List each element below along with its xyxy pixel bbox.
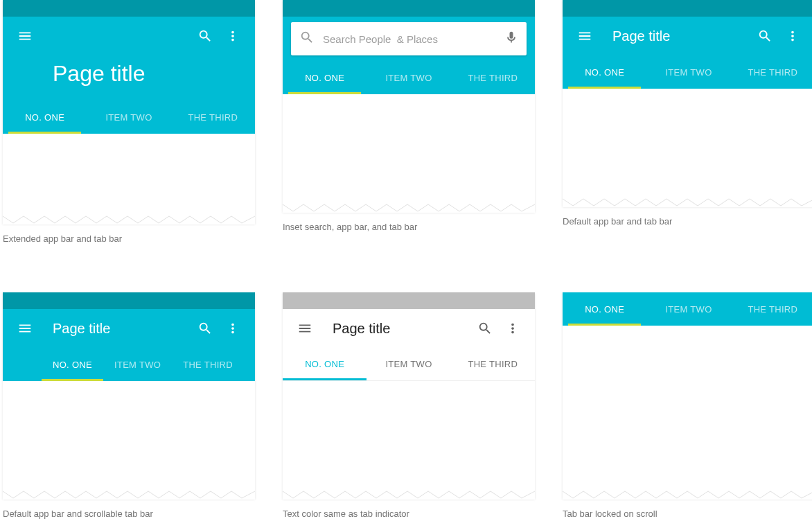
more-icon[interactable] (219, 315, 247, 342)
app-bar: Page title (283, 309, 535, 348)
page-title: Page title (3, 55, 255, 100)
search-input[interactable] (315, 33, 504, 45)
tab-three[interactable]: THE THIRD (731, 55, 812, 89)
device-frame: Page title NO. ONE ITEM TWO THE THIRD (3, 292, 255, 499)
search-icon[interactable] (471, 315, 499, 342)
example-light: Page title NO. ONE ITEM TWO THE THIRD (283, 292, 535, 519)
page-title: Page title (319, 321, 471, 337)
tab-bar: NO. ONE ITEM TWO THE THIRD (563, 292, 812, 326)
torn-edge (283, 203, 535, 213)
example-caption: Inset search, app bar, and tab bar (283, 222, 535, 232)
tab-bar: NO. ONE ITEM TWO THE THIRD (283, 61, 535, 94)
device-frame: Page title NO. ONE ITEM TWO THE THIRD (563, 0, 812, 206)
content-area (283, 381, 535, 499)
tab-one[interactable]: NO. ONE (563, 55, 646, 89)
tab-one[interactable]: NO. ONE (283, 348, 367, 380)
device-frame: Page title NO. ONE ITEM TWO THE THIRD (283, 292, 535, 499)
search-box[interactable] (291, 22, 527, 55)
example-caption: Tab bar locked on scroll (563, 509, 812, 519)
content-area (283, 94, 535, 212)
status-bar (283, 292, 535, 309)
example-caption: Default app bar and tab bar (563, 216, 812, 227)
torn-edge (3, 215, 255, 224)
device-frame: Page title NO. ONE ITEM TWO THE THIRD (3, 0, 255, 224)
example-extended: Page title NO. ONE ITEM TWO THE THIRD Ex… (3, 0, 255, 244)
page-title: Page title (39, 321, 191, 337)
tab-bar: NO. ONE ITEM TWO THE THIRD (3, 100, 255, 134)
tab-two[interactable]: ITEM TWO (367, 348, 450, 380)
status-bar (563, 0, 812, 17)
torn-edge (3, 490, 255, 500)
mic-icon[interactable] (504, 30, 518, 47)
app-bar: Page title (3, 17, 255, 100)
torn-edge (563, 197, 812, 207)
menu-icon[interactable] (291, 315, 319, 342)
content-area (3, 134, 255, 224)
example-scrollable: Page title NO. ONE ITEM TWO THE THIRD (3, 292, 255, 519)
tab-three[interactable]: THE THIRD (171, 100, 255, 134)
example-caption: Default app bar and scrollable tab bar (3, 509, 255, 519)
more-icon[interactable] (219, 22, 247, 50)
app-bar: Page title (563, 17, 812, 55)
tab-one[interactable]: NO. ONE (563, 292, 646, 326)
tab-two[interactable]: ITEM TWO (87, 100, 170, 134)
content-area (563, 89, 812, 206)
tab-one[interactable]: NO. ONE (283, 61, 367, 94)
search-icon[interactable] (751, 22, 779, 50)
tab-two[interactable]: ITEM TWO (103, 348, 172, 381)
app-bar (283, 17, 535, 61)
content-area (3, 381, 255, 499)
examples-grid: Page title NO. ONE ITEM TWO THE THIRD Ex… (0, 0, 812, 521)
status-bar (283, 0, 535, 17)
app-bar: Page title (3, 309, 255, 348)
menu-icon[interactable] (11, 315, 39, 342)
more-icon[interactable] (779, 22, 806, 50)
menu-icon[interactable] (571, 22, 599, 50)
tab-three[interactable]: THE THIRD (451, 61, 535, 94)
tab-three[interactable]: THE THIRD (451, 348, 535, 380)
tab-one[interactable]: NO. ONE (42, 348, 103, 381)
device-frame: NO. ONE ITEM TWO THE THIRD (563, 292, 812, 499)
example-locked: NO. ONE ITEM TWO THE THIRD Tab bar locke… (563, 292, 812, 519)
content-area (563, 326, 812, 499)
tab-three[interactable]: THE THIRD (731, 292, 812, 326)
page-title: Page title (599, 28, 751, 44)
tab-two[interactable]: ITEM TWO (646, 292, 730, 326)
status-bar (3, 0, 255, 17)
menu-icon[interactable] (11, 22, 39, 50)
more-icon[interactable] (499, 315, 527, 342)
example-inset-search: NO. ONE ITEM TWO THE THIRD Inset search,… (283, 0, 535, 244)
tab-bar: NO. ONE ITEM TWO THE THIRD (563, 55, 812, 89)
search-icon (299, 30, 315, 48)
torn-edge (283, 490, 535, 500)
example-caption: Extended app bar and tab bar (3, 233, 255, 244)
example-caption: Text color same as tab indicator (283, 509, 535, 519)
tab-bar[interactable]: NO. ONE ITEM TWO THE THIRD (3, 348, 255, 381)
torn-edge (563, 490, 812, 500)
tab-two[interactable]: ITEM TWO (367, 61, 450, 94)
tab-bar: NO. ONE ITEM TWO THE THIRD (283, 348, 535, 381)
tab-two[interactable]: ITEM TWO (646, 55, 730, 89)
search-icon[interactable] (191, 22, 219, 50)
search-icon[interactable] (191, 315, 219, 342)
example-default: Page title NO. ONE ITEM TWO THE THIRD (563, 0, 812, 244)
status-bar (3, 292, 255, 309)
device-frame: NO. ONE ITEM TWO THE THIRD (283, 0, 535, 212)
tab-one[interactable]: NO. ONE (3, 100, 87, 134)
tab-three[interactable]: THE THIRD (172, 348, 244, 381)
